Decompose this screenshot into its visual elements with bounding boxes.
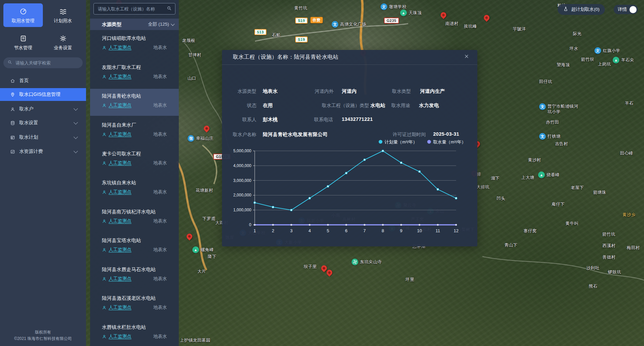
- monitor-link[interactable]: 人工监测点: [102, 45, 132, 51]
- map-poi-marker[interactable]: 文普宁市船埔镇河坑小学: [539, 103, 581, 114]
- svg-text:2,000,000: 2,000,000: [233, 193, 252, 197]
- station-list-item[interactable]: 水唇镇水栏肚水电站人工监测点地表水: [90, 320, 179, 346]
- toggle-knob[interactable]: [629, 6, 637, 13]
- field-value: 地表水: [263, 88, 278, 95]
- map-poi-marker[interactable]: 卍东坑尖山寺: [352, 259, 382, 265]
- map-poi-marker[interactable]: 文墩塘学校: [381, 3, 407, 10]
- monitor-link[interactable]: 人工监测点: [102, 189, 132, 195]
- map-place-label: 黄牛叫: [565, 221, 579, 227]
- station-list-item[interactable]: 陆河县南万镇杞洋水电站人工监测点地表水: [90, 205, 179, 232]
- sidebar: 取用水管理计划用水节水管理业务设置 首页取水口GIS信息管理取水户取水设置取水计…: [0, 0, 86, 346]
- station-list-item[interactable]: 友能水厂取水工程人工监测点地表水: [90, 60, 179, 87]
- monitor-link[interactable]: 人工监测点: [102, 218, 132, 224]
- map-place-label: 际光: [573, 31, 582, 37]
- chevron-down-icon: [171, 22, 174, 26]
- person-icon: [102, 45, 107, 50]
- water-source-label: 地表水: [153, 102, 167, 108]
- detail-toggle[interactable]: 详情: [614, 5, 638, 14]
- map-poi-marker[interactable]: 宿幸福山庄: [188, 135, 214, 142]
- modal-title: 取水工程（设施）名称：陆河县青砼水电站: [233, 54, 339, 61]
- map-place-label: 庵仔下: [552, 202, 565, 207]
- field-label: 取水工程（设施）类型: [283, 103, 369, 109]
- map-place-label: 南进村: [445, 21, 458, 27]
- road-badge: S19: [295, 18, 308, 24]
- poi-label: 墩塘学校: [389, 4, 407, 10]
- station-list-item[interactable]: 东坑镇自来水站人工监测点地表水: [90, 176, 179, 203]
- station-list-item[interactable]: 陆河县水唇走马石水电站人工监测点地表水: [90, 262, 179, 289]
- filter-dropdown[interactable]: 全部 (125): [148, 21, 174, 27]
- station-list-item[interactable]: 河口镇唱歌潭水电站人工监测点地表水: [90, 31, 179, 58]
- station-list-item[interactable]: 陆河县宝塔水电站人工监测点地表水: [90, 233, 179, 260]
- map-place-label: 黄竹坑: [294, 5, 307, 11]
- red-pin-marker[interactable]: [202, 124, 211, 132]
- map-poi-marker[interactable]: 文红旗小学: [594, 47, 620, 54]
- monitor-link[interactable]: 人工监测点: [102, 334, 132, 340]
- road-badge: 收费: [310, 17, 323, 23]
- station-list-item[interactable]: 陆河县自来水厂人工监测点地表水: [90, 118, 179, 145]
- sidebar-item-1[interactable]: 首页: [0, 74, 86, 87]
- monitor-link[interactable]: 人工监测点: [102, 247, 132, 253]
- module-4[interactable]: 业务设置: [43, 30, 83, 51]
- station-meta: 人工监测点地表水: [102, 218, 167, 224]
- field-label: 取水类型: [364, 88, 411, 95]
- monitor-link[interactable]: 人工监测点: [102, 74, 132, 80]
- red-pin-marker[interactable]: [439, 11, 447, 19]
- poi-label: 羊石尖: [621, 57, 634, 63]
- map-poi-marker[interactable]: ▲羊石尖: [613, 57, 634, 63]
- sidebar-item-2[interactable]: 取水口GIS信息管理: [0, 88, 86, 101]
- map-poi-marker[interactable]: 文高塘文化广场: [332, 21, 366, 28]
- sidebar-search[interactable]: [3, 57, 83, 68]
- landmark-icon: ▲: [538, 171, 545, 178]
- chevron-down-icon: [74, 149, 78, 153]
- map-poi-marker[interactable]: 文打铁塘: [539, 133, 561, 140]
- monitor-link[interactable]: 人工监测点: [102, 102, 132, 108]
- map-place-label: 田仔坑: [539, 79, 552, 85]
- red-pin-marker[interactable]: [325, 268, 333, 276]
- road-badge: S19: [295, 36, 308, 43]
- sidebar-item-6[interactable]: 水资源计费: [0, 145, 86, 158]
- water-source-label: 地表水: [153, 218, 167, 224]
- module-2[interactable]: 计划用水: [43, 3, 83, 24]
- sidebar-item-3[interactable]: 取水户: [0, 103, 86, 115]
- red-pin-marker[interactable]: [185, 232, 193, 240]
- station-search[interactable]: [93, 3, 175, 15]
- sidebar-item-4[interactable]: 取水设置: [0, 116, 86, 129]
- module-label: 取用水管理: [3, 18, 43, 24]
- monitor-link[interactable]: 人工监测点: [102, 131, 132, 137]
- water-source-label: 地表水: [153, 334, 167, 340]
- map-poi-marker[interactable]: ▲天珠顶: [400, 9, 422, 16]
- station-name: 陆河县自来水厂: [102, 122, 136, 128]
- monitor-label: 人工监测点: [109, 276, 132, 282]
- module-3[interactable]: 节水管理: [3, 30, 43, 51]
- red-pin-marker[interactable]: [482, 14, 491, 22]
- station-list-item[interactable]: 麦卡公司取水工程人工监测点地表水: [90, 147, 179, 174]
- svg-text:11: 11: [436, 228, 440, 233]
- map-place-label: 龙颈根: [182, 38, 195, 44]
- person-icon: [102, 305, 107, 310]
- red-pin-marker[interactable]: [320, 264, 328, 272]
- plan-icon: [10, 135, 15, 140]
- school-icon: 文: [332, 21, 338, 28]
- svg-text:1,000,000: 1,000,000: [233, 208, 252, 212]
- station-list-item[interactable]: 陆河县青砼水电站人工监测点地表水: [90, 89, 179, 116]
- monitor-link[interactable]: 人工监测点: [102, 160, 132, 166]
- map-poi-marker[interactable]: ▲螺角嶂: [192, 246, 214, 253]
- station-search-input[interactable]: [97, 6, 164, 12]
- over-plan-withdrawal-button[interactable]: 超计划取水(0): [558, 4, 605, 15]
- sidebar-item-label: 取水户: [19, 106, 33, 112]
- map-poi-marker[interactable]: ▲烧香嶂: [538, 171, 560, 178]
- station-list-item[interactable]: 陆河县激石溪老区水电站人工监测点地表水: [90, 291, 179, 318]
- close-icon[interactable]: [464, 54, 471, 61]
- module-1[interactable]: 取用水管理: [3, 3, 43, 27]
- monitor-link[interactable]: 人工监测点: [102, 276, 132, 282]
- sidebar-item-5[interactable]: 取水计划: [0, 131, 86, 144]
- sidebar-item-label: 取水计划: [19, 134, 38, 140]
- monitor-label: 人工监测点: [109, 45, 132, 51]
- landmark-icon: ▲: [613, 57, 619, 63]
- search-icon: [7, 60, 12, 66]
- user-icon: [10, 107, 15, 112]
- map-place-label: 箭竹坑: [602, 232, 615, 237]
- monitor-link[interactable]: 人工监测点: [102, 304, 132, 311]
- sidebar-search-input[interactable]: [15, 60, 79, 66]
- detail-toggle-label: 详情: [618, 6, 627, 12]
